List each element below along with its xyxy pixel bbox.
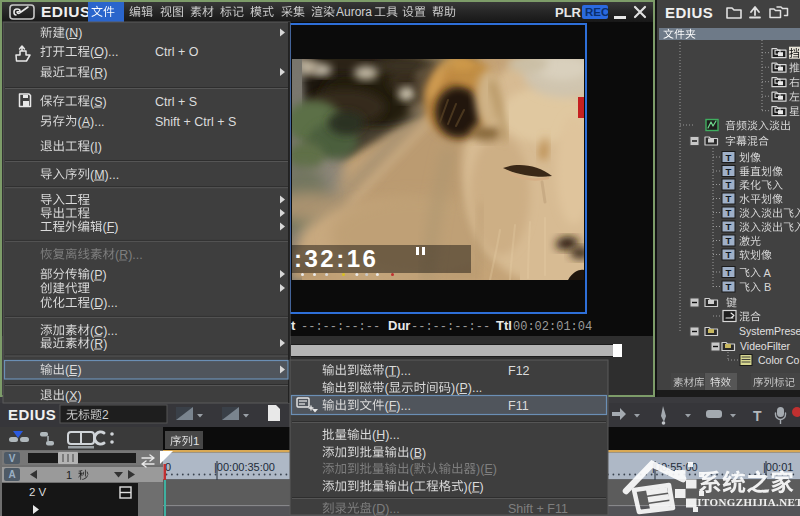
svg-text:T: T	[726, 166, 732, 177]
svg-text:EDIUS: EDIUS	[8, 406, 56, 423]
svg-text:Aurora: Aurora	[336, 5, 372, 19]
svg-text:T: T	[726, 267, 732, 278]
svg-text:2 V: 2 V	[29, 486, 47, 498]
svg-text:(S): (S)	[90, 95, 107, 109]
svg-text:(M)...: (M)...	[90, 168, 119, 182]
svg-text:XITONGZHIJIA.NET: XITONGZHIJIA.NET	[689, 496, 800, 508]
svg-text:T: T	[726, 207, 732, 218]
svg-text:EDIUS: EDIUS	[41, 3, 91, 20]
svg-text:(D)...: (D)...	[372, 502, 400, 516]
svg-text:(F): (F)	[103, 220, 119, 234]
svg-text:PLR: PLR	[555, 5, 582, 20]
svg-text:REC: REC	[585, 6, 609, 18]
svg-text:(A)...: (A)...	[78, 115, 105, 129]
svg-text:(T)...: (T)...	[385, 364, 411, 378]
svg-text:(O)...: (O)...	[90, 45, 118, 59]
svg-text:A: A	[8, 469, 15, 480]
svg-text:T: T	[726, 281, 732, 292]
svg-text:)(F): )(F)	[464, 480, 484, 494]
svg-text:EDIUS: EDIUS	[665, 4, 713, 21]
svg-text:V: V	[9, 453, 16, 464]
svg-text:1: 1	[193, 435, 199, 447]
svg-text:T: T	[726, 249, 732, 260]
svg-text:A: A	[761, 267, 771, 279]
svg-text:T: T	[726, 221, 732, 232]
svg-text:F12: F12	[508, 364, 530, 378]
svg-text:1: 1	[66, 469, 72, 481]
svg-text:VideoFilter: VideoFilter	[740, 340, 791, 352]
svg-text:T: T	[726, 235, 732, 246]
svg-text:Shift + Ctrl + S: Shift + Ctrl + S	[155, 115, 236, 129]
svg-text:t: t	[291, 318, 296, 333]
svg-text:2: 2	[102, 408, 109, 422]
svg-text:)(E): )(E)	[476, 462, 497, 476]
svg-text:Color Co: Color Co	[758, 354, 800, 366]
svg-text:(X): (X)	[65, 389, 82, 403]
svg-text:T: T	[753, 408, 762, 424]
svg-text:(C)...: (C)...	[90, 324, 118, 338]
svg-text:Ctrl + O: Ctrl + O	[155, 45, 199, 59]
svg-text:(P): (P)	[90, 268, 107, 282]
svg-text:(F)...: (F)...	[385, 399, 411, 413]
svg-text::32:16: :32:16	[294, 245, 378, 272]
svg-text:|00:00:35:00: |00:00:35:00	[214, 461, 275, 473]
svg-text:(N): (N)	[65, 26, 82, 40]
svg-text:T: T	[726, 179, 732, 190]
svg-text:Shift + F11: Shift + F11	[508, 502, 568, 516]
svg-text:(H)...: (H)...	[372, 428, 400, 442]
svg-text:00:02:01:04: 00:02:01:04	[513, 320, 592, 334]
svg-text:)(P)...: )(P)...	[451, 381, 482, 395]
svg-text:(D)...: (D)...	[90, 296, 118, 310]
svg-text:(B): (B)	[410, 446, 427, 460]
svg-text:Ttl: Ttl	[496, 318, 512, 333]
svg-text:|00:01: |00:01	[763, 461, 793, 473]
svg-text:--:--:--:--: --:--:--:--	[411, 320, 490, 334]
svg-text:Dur: Dur	[388, 318, 410, 333]
svg-text:SystemPresets: SystemPresets	[739, 325, 800, 337]
svg-text:(I): (I)	[90, 140, 102, 154]
svg-text:--:--:--:--: --:--:--:--	[301, 320, 380, 334]
svg-text:T: T	[726, 193, 732, 204]
svg-text:Ctrl + S: Ctrl + S	[155, 95, 197, 109]
svg-text:(R): (R)	[90, 337, 107, 351]
svg-text:B: B	[761, 281, 771, 293]
svg-text:(R)...: (R)...	[115, 248, 143, 262]
svg-text:F11: F11	[508, 399, 529, 413]
svg-text:(E): (E)	[65, 363, 82, 377]
svg-text:T: T	[726, 152, 732, 163]
svg-text:(R): (R)	[90, 66, 107, 80]
